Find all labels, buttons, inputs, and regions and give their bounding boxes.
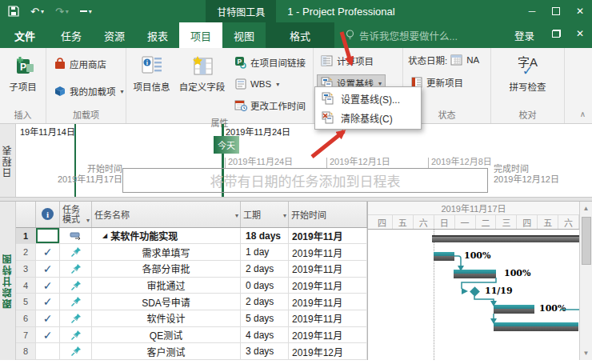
task-duration[interactable]: 3 days [241, 343, 289, 359]
gantt-chart[interactable]: 2019年11月17日 四 五 六 日 一 二 三 四 五 六 [368, 202, 579, 360]
row-number[interactable]: 2 [16, 244, 36, 260]
row-number[interactable]: 3 [16, 261, 36, 277]
chart-body[interactable]: 100% 100% 11/19 100% [368, 230, 579, 360]
customize-qat-button[interactable]: ▾ [80, 8, 92, 15]
tell-me-box[interactable]: 告诉我您想要做什么... [334, 22, 469, 48]
undo-button[interactable]: ↶▾ [30, 6, 44, 18]
spelling-check-button[interactable]: 字A ✓ 拼写检查 [500, 50, 556, 93]
task-name[interactable]: 客户测试 [92, 343, 241, 359]
status-date-field[interactable]: 状态日期: NA [406, 52, 481, 68]
scrollbar-thumb[interactable] [582, 217, 591, 265]
scroll-down-icon[interactable]: ▼ [583, 346, 590, 360]
table-row-8[interactable]: 8 客户测试 3 days 2019年12月 [16, 343, 367, 360]
task-duration[interactable]: 4 days [241, 327, 289, 343]
change-working-time-button[interactable]: 更改工作时间 [230, 97, 310, 114]
timeline-sidebar[interactable]: 日程表 [0, 124, 16, 197]
task-mode-pin-icon[interactable] [60, 261, 92, 277]
table-row-1[interactable]: 1 ◢某软件功能实现 18 days 2019年11月 [16, 228, 367, 245]
table-row-7[interactable]: 7 ✓ QE测试 4 days 2019年11月 [16, 327, 367, 344]
scroll-up-icon[interactable]: ▲ [583, 202, 590, 215]
task-mode-pin-icon[interactable] [60, 294, 92, 310]
redo-button[interactable]: ↷▾ [55, 6, 69, 18]
task-duration[interactable]: 0 days [241, 278, 289, 294]
tab-project[interactable]: 项目 [179, 22, 222, 48]
task-start[interactable]: 2019年11月 [289, 261, 367, 277]
collapse-ribbon-button[interactable]: ∧ [580, 110, 586, 118]
sign-in-button[interactable]: 登录 [505, 22, 544, 48]
app-store-button[interactable]: 应用商店 [50, 55, 128, 73]
table-row-3[interactable]: 3 ✓ 各部分审批 2 days 2019年11月 [16, 261, 367, 278]
tab-report[interactable]: 报表 [136, 22, 179, 48]
row-number[interactable]: 1 [16, 228, 36, 244]
filter-dropdown-icon[interactable]: ▾ [235, 212, 238, 219]
row-number[interactable]: 7 [16, 327, 36, 343]
task-start[interactable]: 2019年11月 [289, 294, 367, 310]
restore-window-button[interactable] [544, 22, 568, 45]
filter-dropdown-icon[interactable]: ▾ [86, 216, 90, 226]
table-row-2[interactable]: 2 ✓ 需求单填写 1 day 2019年11月 [16, 244, 367, 261]
maximize-button[interactable] [544, 0, 568, 22]
minimize-button[interactable]: ─ [520, 0, 544, 22]
close-button[interactable]: ✕ [568, 0, 592, 22]
task-mode-pin-icon[interactable] [60, 244, 92, 260]
row-number[interactable]: 4 [16, 278, 36, 294]
task-duration[interactable]: 1 day [241, 244, 289, 260]
menu-item-clear-baseline[interactable]: 清除基线(C) [315, 108, 421, 127]
task-name[interactable]: 需求单填写 [92, 244, 241, 260]
wbs-button[interactable]: WBS ▾ [230, 75, 310, 93]
header-task-mode[interactable]: 任务模式▾ [60, 202, 92, 227]
my-addins-button[interactable]: 我的加载项 ▾ [50, 82, 128, 100]
task-start[interactable]: 2019年11月 [289, 278, 367, 294]
timeline-bar[interactable]: 将带有日期的任务添加到日程表 [122, 168, 488, 193]
task-duration[interactable]: 2 days [241, 294, 289, 310]
menu-item-set-baseline[interactable]: 设置基线(S)... [315, 89, 421, 108]
task-duration[interactable]: 5 days [241, 310, 289, 326]
header-duration[interactable]: 工期▾ [241, 202, 289, 227]
filter-dropdown-icon[interactable]: ▾ [283, 212, 286, 219]
tab-resource[interactable]: 资源 [93, 22, 136, 48]
task-mode-pin-icon[interactable] [60, 327, 92, 343]
custom-fields-button[interactable]: 自定义字段 [177, 50, 227, 93]
task-name[interactable]: QE测试 [92, 327, 241, 343]
task-duration[interactable]: 2 days [241, 261, 289, 277]
task-start[interactable]: 2019年11月 [289, 244, 367, 260]
header-info[interactable]: i [36, 202, 60, 227]
vertical-scrollbar[interactable]: ▲ ▼ [579, 202, 592, 360]
link-between-projects-button[interactable]: P 在项目间链接 [230, 54, 310, 71]
subproject-button[interactable]: P 子项目 [3, 50, 42, 93]
tab-file[interactable]: 文件 [0, 22, 50, 48]
calculate-project-button[interactable]: 计算项目 [317, 52, 386, 70]
selected-cell[interactable] [36, 228, 60, 244]
close-window-button[interactable]: ✕ [568, 22, 592, 45]
task-name[interactable]: SDA号申请 [92, 294, 241, 310]
header-task-name[interactable]: 任务名称▾ [92, 202, 241, 227]
table-row-5[interactable]: 5 ✓ SDA号申请 2 days 2019年11月 [16, 294, 367, 310]
table-row-6[interactable]: 6 ✓ 软件设计 5 days 2019年11月 [16, 310, 367, 327]
task-mode-pin-icon[interactable] [60, 310, 92, 326]
tab-view[interactable]: 视图 [222, 22, 266, 48]
tab-task[interactable]: 任务 [50, 22, 93, 48]
task-mode-pin-icon[interactable] [60, 343, 92, 359]
timeline-body[interactable]: 19年11月14日 2019年11月24日 今天 2019年11月24日 201… [16, 124, 592, 197]
row-number[interactable]: 5 [16, 294, 36, 310]
task-duration[interactable]: 18 days [241, 228, 289, 244]
gantt-sidebar[interactable]: 跟踪甘特图 [0, 202, 16, 360]
save-button[interactable] [8, 6, 19, 17]
task-start[interactable]: 2019年12月 [289, 343, 367, 359]
task-name[interactable]: 软件设计 [92, 310, 241, 326]
task-mode-auto-icon[interactable] [60, 228, 92, 244]
task-name[interactable]: ◢某软件功能实现 [92, 228, 241, 244]
expand-triangle-icon[interactable]: ◢ [102, 232, 107, 239]
task-start[interactable]: 2019年11月 [289, 228, 367, 244]
project-info-button[interactable]: i 项目信息 [130, 50, 174, 93]
task-start[interactable]: 2019年11月 [289, 327, 367, 343]
task-start[interactable]: 2019年11月 [289, 310, 367, 326]
row-number[interactable]: 8 [16, 343, 36, 359]
row-number[interactable]: 6 [16, 310, 36, 326]
table-row-4[interactable]: 4 ✓ 审批通过 0 days 2019年11月 [16, 278, 367, 294]
tab-format[interactable]: 格式 [278, 22, 322, 48]
task-mode-pin-icon[interactable] [60, 278, 92, 294]
task-name[interactable]: 审批通过 [92, 278, 241, 294]
task-name[interactable]: 各部分审批 [92, 261, 241, 277]
header-start[interactable]: 开始时间 [289, 202, 367, 227]
